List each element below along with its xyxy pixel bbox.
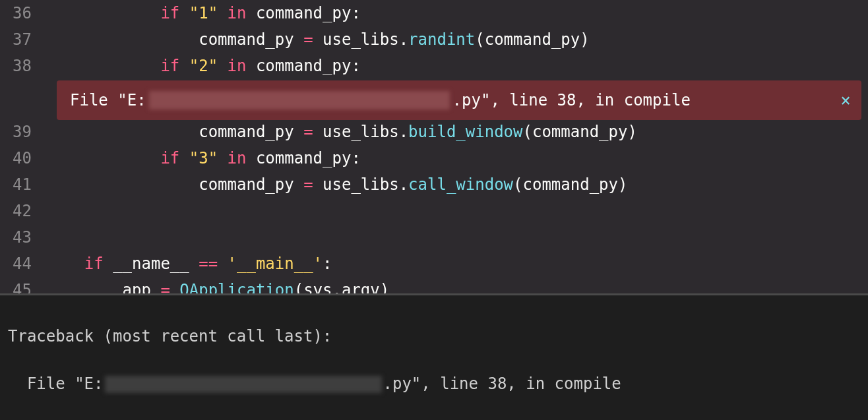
line-number: 41 <box>0 171 40 198</box>
line-number: 45 <box>0 277 40 293</box>
code-line[interactable]: if "3" in command_py: <box>46 145 868 171</box>
code-line[interactable]: if __name__ == '__main__': <box>46 251 868 277</box>
code-line[interactable]: command_py = use_libs.build_window(comma… <box>46 119 868 145</box>
code-line[interactable] <box>46 224 868 251</box>
line-number-gutter: 36373839404142434445 <box>0 0 40 293</box>
line-number: 43 <box>0 224 40 251</box>
inline-error-banner[interactable]: File "E: .py", line 38, in compile × <box>57 80 861 120</box>
line-number: 38 <box>0 53 40 79</box>
redacted-path <box>149 91 450 109</box>
line-number: 44 <box>0 251 40 277</box>
output-console[interactable]: Traceback (most recent call last): File … <box>0 293 868 420</box>
code-line[interactable]: command_py = use_libs.randint(command_py… <box>46 26 868 53</box>
code-line[interactable]: if "1" in command_py: <box>46 0 868 26</box>
code-line[interactable]: command_py = use_libs.call_window(comman… <box>46 171 868 198</box>
line-number: 39 <box>0 119 40 145</box>
console-line: Traceback (most recent call last): <box>8 324 860 348</box>
code-line[interactable]: app = QApplication(sys.argv) <box>46 277 868 293</box>
close-icon[interactable]: × <box>840 80 851 120</box>
redacted-path <box>105 376 382 393</box>
code-line[interactable]: if "2" in command_py: <box>46 53 868 79</box>
error-text-suffix: .py", line 38, in compile <box>452 80 691 120</box>
code-editor[interactable]: 36373839404142434445 if "1" in command_p… <box>0 0 868 293</box>
line-number: 42 <box>0 198 40 224</box>
line-number: 37 <box>0 26 40 53</box>
code-area[interactable]: if "1" in command_py: command_py = use_l… <box>46 0 868 293</box>
line-number: 36 <box>0 0 40 26</box>
line-number: 40 <box>0 145 40 171</box>
console-line: File "E:.py", line 38, in compile <box>8 372 860 396</box>
code-line[interactable] <box>46 198 868 224</box>
error-text-prefix: File "E: <box>70 80 146 120</box>
